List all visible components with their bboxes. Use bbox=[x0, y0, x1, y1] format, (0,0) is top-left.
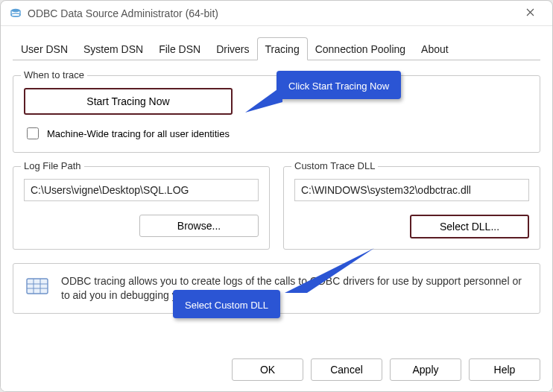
machine-wide-label: Machine-Wide tracing for all user identi… bbox=[47, 128, 230, 139]
spreadsheet-icon bbox=[25, 274, 51, 297]
close-button[interactable] bbox=[516, 3, 543, 24]
tab-tracing[interactable]: Tracing bbox=[257, 37, 308, 60]
tab-connection-pooling[interactable]: Connection Pooling bbox=[307, 37, 414, 60]
when-to-trace-legend: When to trace bbox=[21, 69, 87, 80]
log-file-path-input[interactable] bbox=[24, 179, 259, 201]
titlebar: ODBC Data Source Administrator (64-bit) bbox=[1, 1, 552, 26]
svg-point-0 bbox=[11, 8, 20, 11]
tab-file-dsn[interactable]: File DSN bbox=[151, 37, 209, 60]
svg-marker-7 bbox=[245, 86, 282, 113]
app-icon bbox=[10, 7, 22, 19]
tab-bar: User DSN System DSN File DSN Drivers Tra… bbox=[13, 37, 540, 60]
custom-trace-dll-legend: Custom Trace DLL bbox=[291, 160, 378, 171]
apply-button[interactable]: Apply bbox=[390, 358, 461, 381]
tab-user-dsn[interactable]: User DSN bbox=[13, 37, 76, 60]
log-file-path-group: Log File Path Browse... bbox=[13, 166, 270, 250]
window: ODBC Data Source Administrator (64-bit) … bbox=[0, 0, 553, 392]
machine-wide-row[interactable]: Machine-Wide tracing for all user identi… bbox=[24, 125, 529, 142]
cancel-button[interactable]: Cancel bbox=[311, 358, 382, 381]
svg-rect-2 bbox=[27, 279, 48, 294]
annotation-select-dll-label: Select Custom DLL bbox=[185, 300, 268, 311]
machine-wide-checkbox[interactable] bbox=[27, 127, 39, 139]
annotation-start-tracing-label: Click Start Tracing Now bbox=[288, 80, 389, 92]
help-button[interactable]: Help bbox=[469, 358, 540, 381]
tab-about[interactable]: About bbox=[413, 37, 457, 60]
annotation-start-tracing: Click Start Tracing Now bbox=[276, 71, 401, 99]
start-tracing-button[interactable]: Start Tracing Now bbox=[24, 88, 233, 115]
custom-trace-dll-group: Custom Trace DLL Select DLL... bbox=[283, 166, 540, 250]
svg-marker-8 bbox=[285, 248, 374, 293]
ok-button[interactable]: OK bbox=[232, 358, 303, 381]
tab-drivers[interactable]: Drivers bbox=[208, 37, 257, 60]
custom-trace-dll-input[interactable] bbox=[294, 179, 529, 201]
log-file-path-legend: Log File Path bbox=[21, 160, 84, 171]
browse-button[interactable]: Browse... bbox=[139, 215, 259, 237]
window-title: ODBC Data Source Administrator (64-bit) bbox=[28, 7, 516, 19]
content-area: User DSN System DSN File DSN Drivers Tra… bbox=[1, 26, 552, 314]
tab-system-dsn[interactable]: System DSN bbox=[75, 37, 151, 60]
footer: OK Cancel Apply Help bbox=[1, 351, 552, 391]
annotation-select-dll: Select Custom DLL bbox=[173, 290, 280, 318]
select-dll-button[interactable]: Select DLL... bbox=[410, 215, 529, 238]
close-icon bbox=[526, 7, 534, 19]
